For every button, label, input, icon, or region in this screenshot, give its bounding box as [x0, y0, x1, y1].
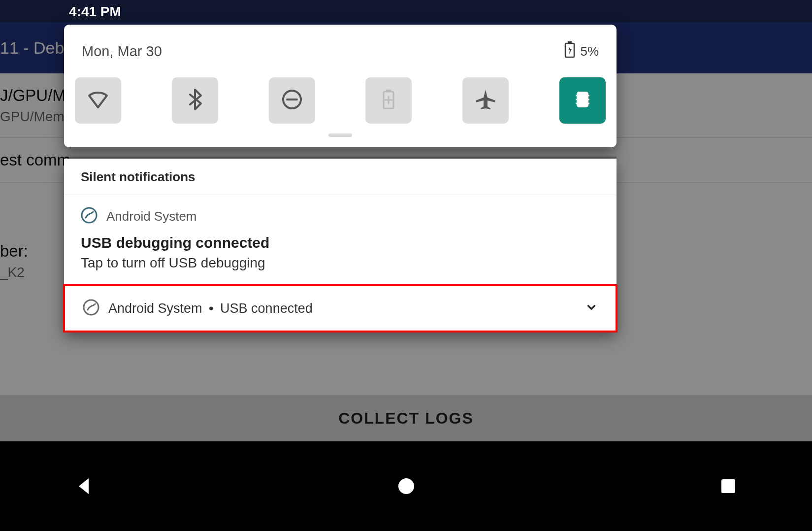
- nav-back-button[interactable]: [69, 471, 98, 501]
- qs-battery-pct: 5%: [580, 44, 599, 59]
- android-system-icon: [81, 207, 97, 226]
- qs-battery-saver-tile[interactable]: [365, 77, 412, 124]
- svg-rect-6: [578, 93, 587, 106]
- nav-home-button[interactable]: [391, 471, 421, 501]
- chevron-down-icon[interactable]: [585, 301, 598, 316]
- notification-list: Silent notifications Android System USB …: [64, 159, 617, 332]
- android-system-icon: [83, 299, 99, 318]
- svg-rect-1: [568, 41, 572, 43]
- qs-airplane-tile[interactable]: [462, 77, 509, 124]
- qs-bluetooth-tile[interactable]: [172, 77, 218, 124]
- silent-notifications-header: Silent notifications: [64, 159, 617, 195]
- notification-app-name: Android System: [108, 301, 202, 316]
- qs-battery[interactable]: 5%: [564, 41, 599, 62]
- svg-rect-16: [721, 479, 735, 493]
- airplane-icon: [474, 88, 497, 113]
- svg-point-13: [82, 208, 97, 223]
- memory-chip-icon: [571, 88, 594, 113]
- qs-tiles-row: [64, 68, 617, 133]
- quick-settings-panel[interactable]: Mon, Mar 30 5%: [64, 25, 617, 147]
- notification-text: Tap to turn off USB debugging: [81, 255, 600, 271]
- do-not-disturb-icon: [280, 88, 304, 113]
- status-time: 4:41 PM: [69, 4, 121, 20]
- qs-dnd-tile[interactable]: [269, 77, 315, 124]
- navigation-bar: [0, 441, 812, 531]
- bluetooth-icon: [183, 88, 207, 113]
- qs-date[interactable]: Mon, Mar 30: [82, 43, 162, 60]
- qs-memory-tile[interactable]: [559, 77, 606, 124]
- svg-point-15: [398, 478, 414, 494]
- qs-wifi-tile[interactable]: [75, 77, 121, 124]
- notification-summary: USB connected: [220, 301, 313, 316]
- svg-point-14: [84, 300, 98, 315]
- status-bar: 4:41 PM: [0, 0, 812, 24]
- notification-item-collapsed[interactable]: Android System • USB connected: [63, 284, 617, 332]
- battery-saver-icon: [377, 88, 400, 113]
- notification-title: USB debugging connected: [81, 234, 600, 251]
- battery-charging-icon: [564, 41, 575, 62]
- notification-app-name: Android System: [106, 209, 197, 224]
- svg-rect-5: [386, 90, 391, 92]
- wifi-icon: [86, 88, 110, 113]
- separator-dot: •: [206, 301, 216, 316]
- qs-drag-handle[interactable]: [64, 133, 617, 147]
- notification-item[interactable]: Android System USB debugging connected T…: [64, 195, 617, 284]
- nav-recents-button[interactable]: [714, 471, 743, 501]
